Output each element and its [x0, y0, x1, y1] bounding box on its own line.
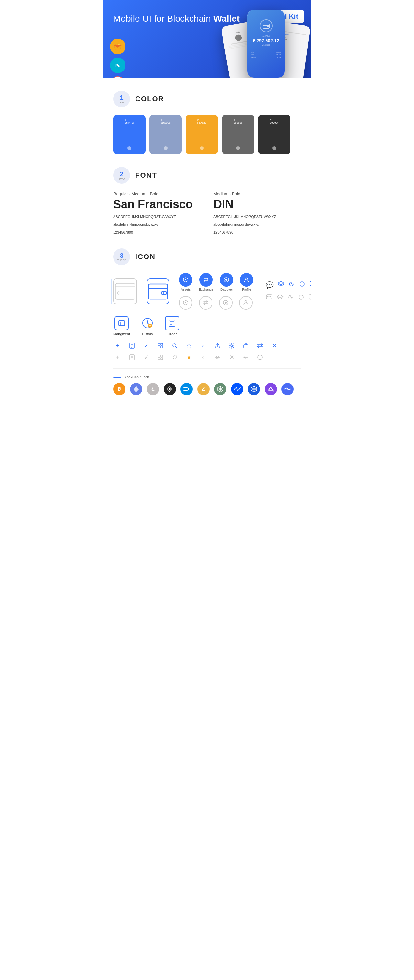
section-divider [113, 368, 301, 369]
svg-rect-6 [268, 26, 269, 27]
icon-assets: Assets [179, 273, 193, 291]
main-content: 1 ONE COLOR #3574FA #8DA0C8 #F5A623 #666… [104, 91, 310, 395]
forward-icon-gray [213, 353, 222, 362]
kyber-icon [248, 383, 260, 395]
exchange-icon [199, 273, 213, 286]
misc-icons-outline: i [266, 294, 310, 302]
toolbar-icons-gray: + ✓ ★ ‹ ✕ i [113, 353, 301, 362]
svg-point-10 [118, 292, 120, 294]
svg-point-22 [225, 302, 227, 304]
document-icon-gray [127, 353, 137, 362]
wallet-icons-row: Assets Exchange Discover [113, 273, 301, 310]
color-title: COLOR [135, 95, 164, 103]
blockchain-label: BlockChain Icon [113, 375, 301, 379]
discover-icon [220, 273, 233, 286]
tool-badges: Ps 60+ Screens [110, 39, 126, 78]
ps-badge: Ps [110, 57, 126, 73]
management-icon [115, 316, 129, 330]
back-icon-gray: ‹ [199, 353, 208, 362]
svg-rect-64 [161, 358, 163, 360]
wallet-icon-filled [147, 278, 169, 304]
svg-point-13 [163, 293, 164, 294]
section-number-3: 3 THREE [113, 248, 130, 265]
svg-rect-52 [161, 346, 163, 348]
litecoin-icon: Ł [147, 383, 159, 395]
svg-rect-33 [309, 295, 310, 299]
back-icon: ‹ [199, 341, 208, 350]
font-section: Regular · Medium · Bold San Francisco AB… [113, 191, 301, 235]
dash-icon [180, 383, 193, 395]
svg-rect-63 [158, 358, 160, 360]
icon-section-content: Assets Exchange Discover [113, 273, 301, 395]
close-icon: ✕ [270, 341, 279, 350]
section-number-1: 1 ONE [113, 91, 130, 107]
svg-rect-8 [115, 286, 135, 287]
assets-icon [179, 273, 193, 286]
svg-text:i: i [260, 356, 260, 360]
wallet-icon-outline-grid [113, 278, 137, 304]
svg-rect-36 [119, 321, 124, 326]
misc-icons-right: 💬 i [266, 280, 310, 302]
transfer-icon [256, 341, 264, 350]
svg-point-30 [269, 296, 270, 297]
svg-rect-62 [161, 355, 163, 357]
check-icon-gray: ✓ [142, 353, 151, 362]
svg-rect-7 [115, 283, 135, 299]
export-icon [241, 341, 250, 350]
color-section-header: 1 ONE COLOR [113, 91, 301, 107]
bitcoin-icon: ₿ [113, 383, 126, 395]
iota-icon [164, 383, 176, 395]
assets-icon-outline [179, 296, 193, 310]
refresh-icon-gray [170, 353, 179, 362]
svg-line-54 [176, 347, 177, 348]
message-icon [309, 281, 310, 289]
reply-icon-gray [241, 353, 250, 362]
circle-icon [299, 281, 305, 289]
icon-exchange: Exchange [199, 273, 213, 291]
svg-rect-50 [161, 344, 163, 345]
swatch-blue: #3574FA [113, 115, 145, 154]
moon-icon [288, 281, 295, 289]
font-section-header: 2 TWO FONT [113, 167, 301, 184]
svg-point-15 [185, 279, 186, 280]
font-din: Medium · Bold DIN ABCDEFGHIJKLMNOPQRSTUV… [213, 191, 301, 235]
icon-row-outline [179, 296, 253, 310]
svg-rect-25 [310, 282, 310, 286]
icon-named-rows: Assets Exchange Discover [179, 273, 253, 310]
swatch-orange: #F5A623 [186, 115, 218, 154]
info-icon-gray: i [256, 353, 264, 362]
svg-marker-68 [252, 387, 256, 391]
swatch-dark: #303030 [258, 115, 290, 154]
profile-icon-outline [239, 296, 253, 310]
nav-icons-row: Mangment History [113, 316, 301, 336]
icon-profile: Profile [240, 273, 253, 291]
circle-icon-outline [298, 294, 304, 302]
band-icon [282, 383, 294, 395]
color-swatches: #3574FA #8DA0C8 #F5A623 #666666 #303030 [113, 115, 301, 154]
svg-rect-61 [158, 355, 160, 357]
svg-rect-49 [158, 344, 160, 345]
icon-section-header: 3 THREE ICON [113, 248, 301, 265]
order-icon [165, 316, 179, 330]
document-icon [127, 341, 137, 350]
swatch-gray: #666666 [222, 115, 254, 154]
svg-rect-56 [244, 345, 248, 348]
history-icon [140, 316, 154, 330]
qr-icon-gray [156, 353, 165, 362]
add-icon-gray: + [113, 353, 122, 362]
hero-section: Mobile UI for Blockchain Wallet UI Kit P… [104, 0, 310, 78]
svg-point-32 [299, 295, 303, 299]
font-sf: Regular · Medium · Bold San Francisco AB… [113, 191, 201, 235]
svg-point-31 [270, 296, 271, 297]
misc-icons-filled: 💬 i [266, 280, 310, 289]
zcash-icon: Z [197, 383, 210, 395]
discover-icon-outline [219, 296, 232, 310]
svg-point-55 [231, 345, 232, 347]
close-icon-gray: ✕ [227, 353, 236, 362]
check-icon: ✓ [142, 341, 151, 350]
exchange-icon-outline [199, 296, 212, 310]
nav-icon-history: History [140, 316, 154, 336]
search-icon [170, 341, 179, 350]
polygon-icon [264, 383, 277, 395]
icon-title: ICON [135, 253, 156, 261]
